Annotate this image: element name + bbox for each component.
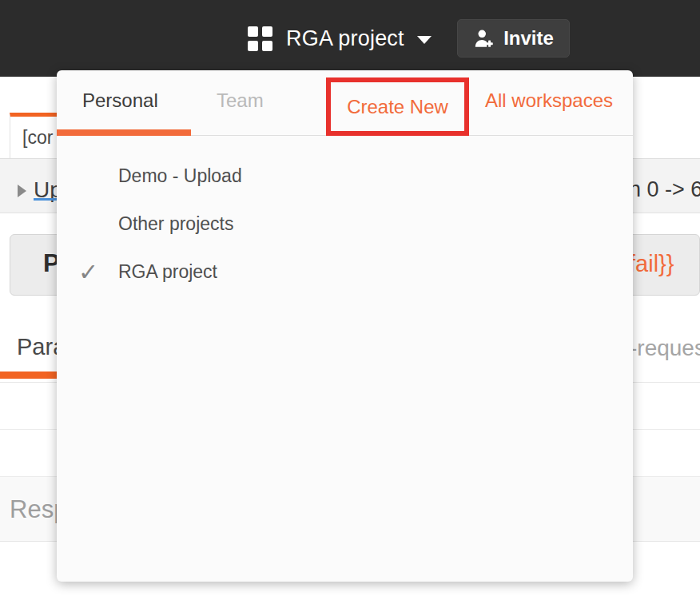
workspace-list-item-selected[interactable]: ✓ RGA project — [57, 248, 633, 296]
workspace-name: RGA project — [286, 26, 404, 51]
workspace-list-item[interactable]: Demo - Upload — [57, 152, 633, 200]
workspace-item-label: RGA project — [118, 261, 217, 283]
tab-team[interactable]: Team — [217, 89, 264, 112]
url-variable: fail}} — [629, 251, 674, 277]
collection-title-underline — [34, 198, 58, 201]
person-add-icon — [473, 28, 495, 50]
tab-pre-request[interactable]: -request — [630, 336, 700, 361]
check-icon: ✓ — [78, 258, 98, 286]
topbar: RGA project Invite — [0, 0, 700, 77]
workspace-grid-icon[interactable] — [248, 26, 272, 51]
create-new-highlight-box: Create New — [326, 77, 469, 136]
request-tab-label: [cor — [10, 127, 53, 149]
chevron-down-icon — [417, 36, 432, 44]
workspace-list: Demo - Upload Other projects ✓ RGA proje… — [57, 152, 633, 296]
invite-button-label: Invite — [503, 27, 554, 50]
invite-button[interactable]: Invite — [457, 19, 570, 58]
collection-title-right: n 0 -> 6 — [629, 177, 700, 202]
workspace-dropdown: Personal Team Create New All workspaces … — [57, 70, 633, 582]
workspace-dropdown-trigger[interactable]: RGA project — [286, 22, 432, 54]
workspace-list-item[interactable]: Other projects — [57, 200, 633, 248]
workspace-item-label: Demo - Upload — [118, 165, 242, 187]
all-workspaces-link[interactable]: All workspaces — [485, 89, 613, 112]
personal-tab-underline — [57, 129, 191, 136]
workspace-dropdown-header: Personal Team Create New All workspaces — [57, 70, 633, 136]
create-new-link[interactable]: Create New — [347, 96, 448, 118]
tab-personal[interactable]: Personal — [82, 89, 158, 112]
disclosure-triangle-icon[interactable] — [18, 185, 26, 197]
workspace-item-label: Other projects — [118, 213, 233, 235]
